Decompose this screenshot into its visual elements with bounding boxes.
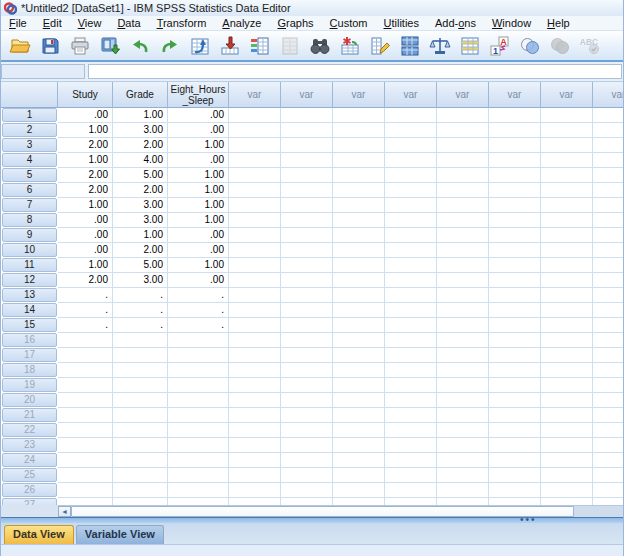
row-header-8[interactable]: 8 [1, 213, 58, 228]
data-cell[interactable] [437, 483, 489, 498]
data-cell[interactable]: 1.00 [113, 108, 168, 123]
row-header-16[interactable]: 16 [1, 333, 58, 348]
menu-transform[interactable]: Transform [149, 16, 215, 31]
find-button[interactable] [308, 34, 332, 58]
data-cell[interactable] [385, 273, 437, 288]
data-cell[interactable]: 2.00 [113, 138, 168, 153]
data-cell[interactable] [385, 483, 437, 498]
data-cell[interactable] [593, 333, 623, 348]
row-header-23[interactable]: 23 [1, 438, 58, 453]
goto-case-button[interactable] [188, 34, 212, 58]
data-cell[interactable] [489, 168, 541, 183]
data-cell[interactable] [281, 363, 333, 378]
data-cell[interactable] [229, 318, 281, 333]
data-cell[interactable] [168, 333, 229, 348]
data-cell[interactable] [541, 123, 593, 138]
data-cell[interactable] [58, 498, 113, 505]
data-cell[interactable] [385, 108, 437, 123]
data-cell[interactable] [333, 168, 385, 183]
column-header-var-9[interactable]: var [489, 82, 541, 108]
data-cell[interactable] [541, 273, 593, 288]
data-cell[interactable] [281, 333, 333, 348]
data-cell[interactable] [281, 348, 333, 363]
data-cell[interactable] [229, 273, 281, 288]
data-cell[interactable] [333, 198, 385, 213]
data-cell[interactable] [437, 153, 489, 168]
data-cell[interactable]: 3.00 [113, 123, 168, 138]
data-cell[interactable] [541, 183, 593, 198]
data-cell[interactable] [281, 168, 333, 183]
row-header-14[interactable]: 14 [1, 303, 58, 318]
select-cases-button[interactable] [458, 34, 482, 58]
data-cell[interactable] [489, 423, 541, 438]
data-cell[interactable] [168, 393, 229, 408]
goto-variable-button[interactable] [218, 34, 242, 58]
data-cell[interactable] [229, 303, 281, 318]
data-cell[interactable]: 4.00 [113, 153, 168, 168]
data-cell[interactable]: .00 [168, 123, 229, 138]
data-cell[interactable] [541, 378, 593, 393]
data-cell[interactable] [437, 273, 489, 288]
data-cell[interactable] [58, 393, 113, 408]
menu-help[interactable]: Help [539, 16, 578, 31]
data-cell[interactable]: .00 [168, 108, 229, 123]
data-cell[interactable] [593, 183, 623, 198]
data-cell[interactable] [489, 453, 541, 468]
data-cell[interactable] [168, 453, 229, 468]
data-cell[interactable] [333, 258, 385, 273]
data-cell[interactable]: . [168, 318, 229, 333]
data-cell[interactable]: .00 [168, 243, 229, 258]
data-cell[interactable] [168, 483, 229, 498]
scroll-left-button[interactable]: ◄ [58, 506, 71, 517]
data-cell[interactable] [168, 408, 229, 423]
column-header-var-5[interactable]: var [281, 82, 333, 108]
data-cell[interactable] [58, 348, 113, 363]
data-cell[interactable] [281, 138, 333, 153]
data-cell[interactable] [593, 168, 623, 183]
data-cell[interactable] [593, 393, 623, 408]
splitter-handle-icon[interactable]: ••• [520, 514, 537, 525]
data-cell[interactable] [229, 378, 281, 393]
data-cell[interactable] [593, 483, 623, 498]
data-cell[interactable] [229, 108, 281, 123]
data-cell[interactable]: . [58, 318, 113, 333]
data-cell[interactable] [229, 228, 281, 243]
data-cell[interactable] [385, 138, 437, 153]
row-header-3[interactable]: 3 [1, 138, 58, 153]
row-header-22[interactable]: 22 [1, 423, 58, 438]
data-cell[interactable] [437, 363, 489, 378]
pane-splitter[interactable]: ••• [1, 517, 623, 523]
data-cell[interactable] [385, 228, 437, 243]
active-cell-name-box[interactable] [1, 64, 85, 79]
save-button[interactable] [38, 34, 62, 58]
data-cell[interactable] [385, 183, 437, 198]
data-cell[interactable] [229, 213, 281, 228]
data-cell[interactable]: 1.00 [168, 168, 229, 183]
data-cell[interactable] [593, 348, 623, 363]
data-cell[interactable] [229, 348, 281, 363]
data-cell[interactable] [541, 423, 593, 438]
data-cell[interactable] [385, 348, 437, 363]
data-cell[interactable]: 1.00 [58, 198, 113, 213]
data-cell[interactable]: .00 [168, 228, 229, 243]
data-cell[interactable] [58, 468, 113, 483]
weight-cases-button[interactable] [428, 34, 452, 58]
data-cell[interactable]: 5.00 [113, 168, 168, 183]
data-cell[interactable] [229, 183, 281, 198]
data-cell[interactable] [593, 423, 623, 438]
data-cell[interactable] [593, 468, 623, 483]
data-cell[interactable] [437, 138, 489, 153]
data-cell[interactable]: . [113, 288, 168, 303]
data-cell[interactable] [437, 228, 489, 243]
data-cell[interactable] [333, 438, 385, 453]
data-cell[interactable] [489, 318, 541, 333]
data-cell[interactable] [437, 408, 489, 423]
data-cell[interactable] [281, 228, 333, 243]
data-cell[interactable] [281, 303, 333, 318]
variables-button[interactable] [248, 34, 272, 58]
data-cell[interactable] [113, 408, 168, 423]
data-cell[interactable] [541, 198, 593, 213]
column-header-var-11[interactable]: var [593, 82, 623, 108]
data-cell[interactable] [281, 438, 333, 453]
data-cell[interactable]: .00 [58, 213, 113, 228]
